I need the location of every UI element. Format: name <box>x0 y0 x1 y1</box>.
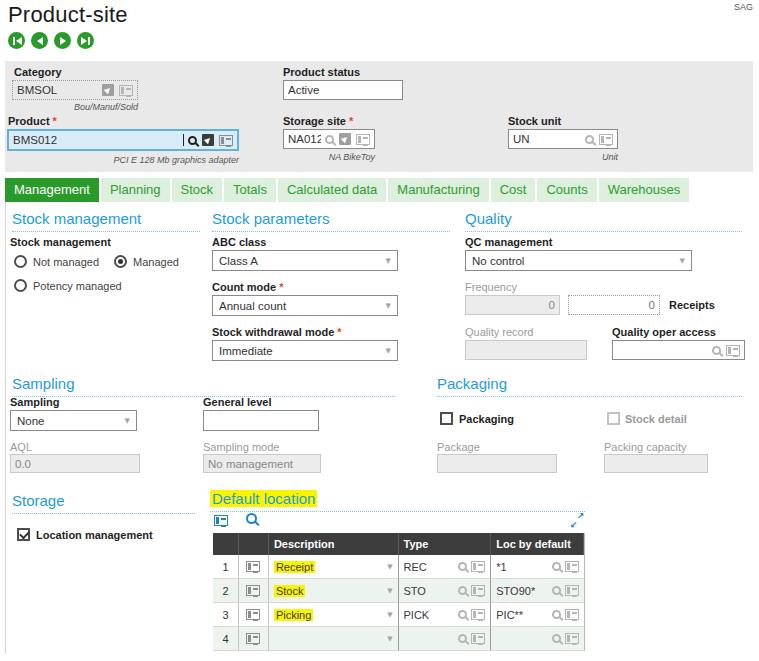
detail-grid-icon[interactable] <box>471 633 485 644</box>
type-cell[interactable]: REC <box>399 555 492 579</box>
general-level-field[interactable] <box>203 410 319 431</box>
chevron-down-icon: ▼ <box>386 302 391 310</box>
loc-cell[interactable]: *1 <box>491 555 584 579</box>
search-icon[interactable] <box>458 634 467 643</box>
detail-grid-icon[interactable] <box>219 135 233 146</box>
detail-grid-icon[interactable] <box>599 134 613 145</box>
package-label: Package <box>437 441 480 453</box>
last-record-button[interactable] <box>77 32 94 49</box>
detail-grid-icon[interactable] <box>356 134 370 145</box>
jump-icon[interactable] <box>202 134 214 146</box>
row-detail-icon[interactable] <box>246 609 260 620</box>
search-icon[interactable] <box>552 634 561 643</box>
row-detail-icon[interactable] <box>246 585 260 596</box>
search-icon[interactable] <box>585 135 594 144</box>
text-cursor <box>183 134 184 146</box>
radio-not-managed[interactable] <box>14 255 27 268</box>
search-icon[interactable] <box>458 610 467 619</box>
product-hint: PCI E 128 Mb graphics adapter <box>7 155 239 165</box>
sampling-select[interactable]: None▼ <box>10 410 137 431</box>
description-cell[interactable]: Receipt▼ <box>269 555 399 579</box>
row-number: 1 <box>213 555 239 579</box>
stock-unit-field[interactable]: UN <box>508 129 618 149</box>
header-detail <box>239 533 269 555</box>
quality-record-field <box>465 340 587 360</box>
quality-oper-access-label: Quality oper access <box>612 326 716 338</box>
location-management-label: Location management <box>36 529 153 541</box>
search-icon[interactable] <box>458 586 467 595</box>
location-management-checkbox[interactable] <box>17 528 30 541</box>
detail-grid-icon[interactable] <box>565 561 579 572</box>
tab-calculated-data[interactable]: Calculated data <box>278 178 386 202</box>
type-cell[interactable]: STO <box>399 579 492 603</box>
search-icon[interactable] <box>552 586 561 595</box>
type-cell[interactable] <box>399 627 492 651</box>
packaging-checkbox[interactable] <box>440 412 453 425</box>
receipts-label: Receipts <box>669 299 715 311</box>
storage-site-hint: NA BikeToy <box>283 152 375 162</box>
product-status-field[interactable]: Active <box>283 80 403 100</box>
first-record-button[interactable] <box>8 32 25 49</box>
aql-field: 0.0 <box>10 454 140 473</box>
tab-warehouses[interactable]: Warehouses <box>599 178 690 202</box>
product-status-label: Product status <box>283 66 360 78</box>
expand-table-icon[interactable]: ↗↙ <box>570 514 584 528</box>
section-title-storage: Storage <box>12 492 195 514</box>
search-icon[interactable] <box>325 135 334 144</box>
detail-grid-icon[interactable] <box>565 633 579 644</box>
tab-planning[interactable]: Planning <box>101 178 170 202</box>
required-marker: * <box>337 326 341 338</box>
default-location-table: Description Type Loc by default 1 Receip… <box>213 533 585 651</box>
previous-record-button[interactable] <box>31 32 48 49</box>
chevron-down-icon: ▼ <box>387 587 392 595</box>
quality-oper-access-field[interactable] <box>612 340 745 360</box>
detail-grid-icon[interactable] <box>565 585 579 596</box>
count-mode-select[interactable]: Annual count▼ <box>212 295 398 316</box>
next-record-button[interactable] <box>54 32 71 49</box>
detail-grid-icon[interactable] <box>565 609 579 620</box>
quality-record-label: Quality record <box>465 326 533 338</box>
tab-cost[interactable]: Cost <box>491 178 536 202</box>
search-icon[interactable] <box>458 562 467 571</box>
jump-icon[interactable] <box>339 133 351 145</box>
tab-counts[interactable]: Counts <box>537 178 596 202</box>
tab-stock[interactable]: Stock <box>172 178 223 202</box>
table-search-icon[interactable] <box>246 513 257 524</box>
tab-management[interactable]: Management <box>5 178 99 202</box>
tab-totals[interactable]: Totals <box>224 178 276 202</box>
section-title-packaging: Packaging <box>437 375 742 397</box>
detail-grid-icon[interactable] <box>471 609 485 620</box>
detail-grid-icon <box>119 85 133 96</box>
tab-bar: Management Planning Stock Totals Calcula… <box>5 178 689 202</box>
search-icon[interactable] <box>188 136 197 145</box>
row-detail-icon[interactable] <box>246 561 260 572</box>
radio-managed[interactable] <box>114 255 127 268</box>
next-arrow-icon <box>60 37 66 45</box>
loc-cell[interactable]: STO90* <box>491 579 584 603</box>
product-field[interactable]: BMS012 <box>7 129 239 151</box>
stock-withdrawal-mode-select[interactable]: Immediate▼ <box>212 340 398 361</box>
brand-text: SAG <box>734 2 753 12</box>
search-icon[interactable] <box>552 562 561 571</box>
detail-grid-icon[interactable] <box>726 345 740 356</box>
radio-potency-managed[interactable] <box>14 279 27 292</box>
qc-management-select[interactable]: No control▼ <box>465 250 692 271</box>
search-icon[interactable] <box>712 346 721 355</box>
detail-grid-icon[interactable] <box>471 561 485 572</box>
search-icon[interactable] <box>552 610 561 619</box>
loc-cell[interactable]: PIC** <box>491 603 584 627</box>
grid-view-icon[interactable] <box>214 515 228 526</box>
abc-class-select[interactable]: Class A▼ <box>212 250 398 271</box>
detail-grid-icon[interactable] <box>471 585 485 596</box>
tab-manufacturing[interactable]: Manufacturing <box>388 178 488 202</box>
required-marker: * <box>349 115 353 127</box>
storage-site-field[interactable]: NA012 <box>283 129 375 149</box>
description-cell[interactable]: Picking▼ <box>269 603 399 627</box>
loc-cell[interactable] <box>491 627 584 651</box>
row-detail-icon[interactable] <box>246 633 260 644</box>
frequency-label: Frequency <box>465 281 517 293</box>
description-cell[interactable]: Stock▼ <box>269 579 399 603</box>
qc-management-label: QC management <box>465 236 552 248</box>
description-cell[interactable]: ▼ <box>269 627 399 651</box>
type-cell[interactable]: PICK <box>399 603 492 627</box>
